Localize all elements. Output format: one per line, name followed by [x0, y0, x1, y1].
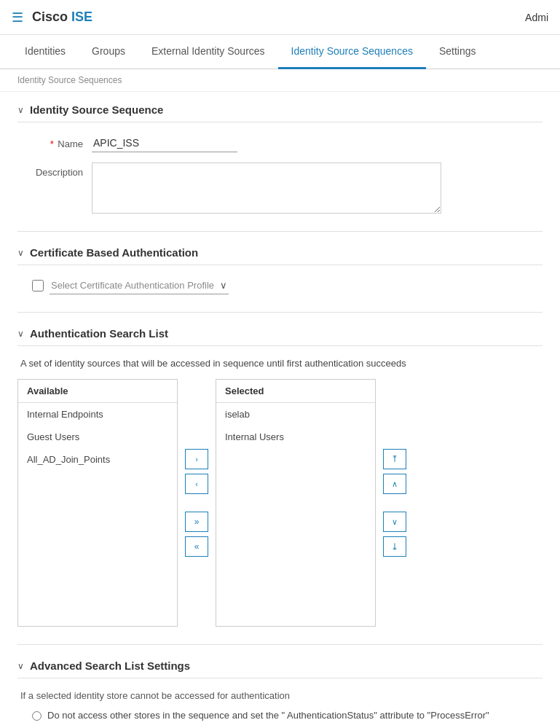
chevron-advanced-icon[interactable]: ∨ [17, 661, 24, 671]
topbar: ☰ Cisco ISE Admi [0, 0, 560, 35]
radio-row-1: Do not access other stores in the sequen… [32, 710, 543, 721]
cert-auth-section: ∨ Certificate Based Authentication Selec… [17, 246, 543, 294]
move-up-button[interactable]: ∧ [383, 474, 406, 494]
list-move-controls: › ‹ » « [178, 379, 216, 627]
main-content: ∨ Identity Source Sequence * Name Descri… [0, 92, 560, 728]
description-row: Description [17, 163, 543, 214]
section-title-advanced: Advanced Search List Settings [30, 659, 190, 672]
selected-header: Selected [216, 380, 375, 403]
radio-do-not-access[interactable] [32, 711, 42, 721]
section-header-iss: ∨ Identity Source Sequence [17, 103, 543, 122]
tab-identity-source-sequences[interactable]: Identity Source Sequences [278, 35, 426, 69]
chevron-down-icon[interactable]: ∨ [17, 105, 24, 115]
cert-dropdown-label: Select Certificate Authentication Profil… [51, 280, 214, 291]
move-all-left-button[interactable]: « [185, 536, 208, 557]
description-label: Description [17, 163, 83, 178]
name-label: * Name [17, 134, 83, 149]
description-textarea[interactable] [92, 163, 441, 214]
cert-checkbox[interactable] [32, 280, 44, 291]
tab-identities[interactable]: Identities [12, 35, 79, 69]
auth-search-description: A set of identity sources that will be a… [20, 358, 543, 369]
available-header: Available [18, 380, 177, 403]
name-row: * Name [17, 134, 543, 152]
move-bottom-button[interactable]: ⤓ [383, 536, 406, 557]
user-label: Admi [525, 12, 548, 23]
section-header-cert: ∨ Certificate Based Authentication [17, 246, 543, 265]
divider-3 [17, 644, 543, 645]
section-title-auth: Authentication Search List [30, 327, 168, 340]
list-item[interactable]: Guest Users [18, 426, 177, 448]
cert-checkbox-row: Select Certificate Authentication Profil… [32, 277, 543, 294]
nav-tabs: Identities Groups External Identity Sour… [0, 35, 560, 69]
tab-external-identity-sources[interactable]: External Identity Sources [138, 35, 278, 69]
tab-groups[interactable]: Groups [79, 35, 138, 69]
move-down-button[interactable]: ∨ [383, 512, 406, 532]
section-title-cert: Certificate Based Authentication [30, 246, 198, 259]
hamburger-icon[interactable]: ☰ [12, 9, 23, 26]
auth-search-section: ∨ Authentication Search List A set of id… [17, 327, 543, 627]
cert-dropdown-arrow: ∨ [220, 280, 227, 291]
identity-source-sequence-section: ∨ Identity Source Sequence * Name Descri… [17, 103, 543, 214]
name-input[interactable] [92, 134, 237, 152]
chevron-cert-icon[interactable]: ∨ [17, 248, 24, 258]
divider-1 [17, 231, 543, 232]
tab-settings[interactable]: Settings [426, 35, 489, 69]
advanced-search-section: ∨ Advanced Search List Settings If a sel… [17, 659, 543, 728]
section-header-auth: ∨ Authentication Search List [17, 327, 543, 346]
available-list-box: Available Internal Endpoints Guest Users… [17, 379, 178, 627]
list-item[interactable]: Internal Endpoints [18, 403, 177, 426]
topbar-left: ☰ Cisco ISE [12, 9, 92, 26]
selected-list-box: Selected iselab Internal Users [216, 379, 376, 627]
move-all-right-button[interactable]: » [185, 512, 208, 532]
list-order-controls: ⤒ ∧ ∨ ⤓ [376, 379, 414, 627]
move-right-button[interactable]: › [185, 449, 208, 469]
list-item[interactable]: Internal Users [216, 426, 375, 448]
list-container: Available Internal Endpoints Guest Users… [17, 379, 543, 627]
list-item[interactable]: iselab [216, 403, 375, 426]
advanced-description: If a selected identity store cannot be a… [20, 690, 543, 701]
list-item[interactable]: All_AD_Join_Points [18, 448, 177, 471]
breadcrumb: Identity Source Sequences [0, 69, 560, 92]
cert-profile-dropdown[interactable]: Select Certificate Authentication Profil… [50, 277, 229, 294]
divider-2 [17, 312, 543, 313]
move-top-button[interactable]: ⤒ [383, 449, 406, 469]
section-title-iss: Identity Source Sequence [30, 103, 163, 116]
chevron-auth-icon[interactable]: ∨ [17, 329, 24, 339]
section-header-advanced: ∨ Advanced Search List Settings [17, 659, 543, 678]
move-left-button[interactable]: ‹ [185, 474, 208, 494]
radio-label-1: Do not access other stores in the sequen… [47, 710, 489, 721]
brand-logo: Cisco ISE [32, 9, 92, 25]
